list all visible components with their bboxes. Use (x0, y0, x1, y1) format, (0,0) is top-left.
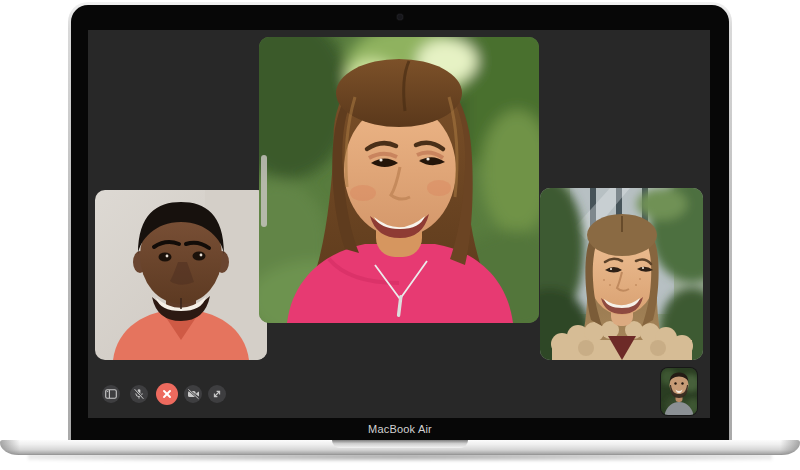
end-call-button[interactable] (156, 383, 178, 405)
facetime-window (88, 30, 710, 418)
video-tile-remote-right[interactable] (540, 188, 703, 360)
webcam (397, 14, 403, 20)
camera-off-button[interactable] (184, 385, 202, 403)
participant-portrait-left (95, 190, 267, 360)
macbook-air-mockup: MacBook Air (0, 0, 800, 470)
mute-button[interactable] (130, 385, 148, 403)
video-tile-self[interactable] (661, 368, 697, 415)
device-label: MacBook Air (68, 423, 732, 435)
shrink-diagonal-icon (211, 388, 223, 400)
mic-muted-icon (133, 388, 145, 400)
lid-lift-notch (332, 440, 468, 448)
participant-portrait-center (259, 37, 539, 323)
video-muted-icon (187, 388, 200, 400)
participant-portrait-right (540, 188, 703, 360)
participant-portrait-self (661, 368, 697, 415)
close-icon (162, 389, 172, 399)
resize-button[interactable] (208, 385, 226, 403)
video-tile-remote-center[interactable] (259, 37, 539, 323)
sidebar-toggle-button[interactable] (102, 385, 120, 403)
video-tile-remote-left[interactable] (95, 190, 267, 360)
sidebar-icon (105, 389, 117, 399)
